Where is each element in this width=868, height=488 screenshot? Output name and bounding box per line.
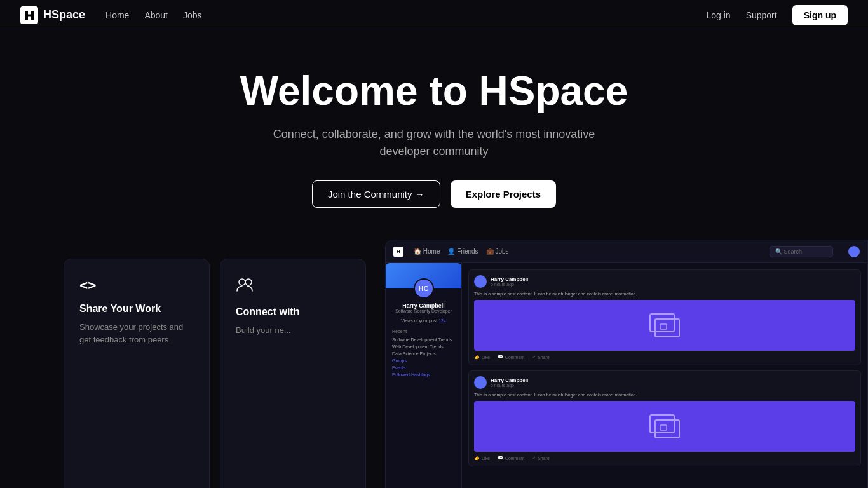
svg-rect-6 <box>655 319 679 337</box>
svg-point-3 <box>239 279 245 285</box>
feature-connect-title: Connect with <box>236 306 350 318</box>
profile-title: Software Security Developer <box>392 309 455 313</box>
post-1-actions: 👍 Like 💬 Comment ↗ Share <box>474 355 855 360</box>
app-feed: Harry Campbell 5 hours ago This is a sam… <box>462 263 867 488</box>
logo-icon <box>20 6 38 24</box>
post-2-header: Harry Campbell 5 hours ago <box>474 376 855 389</box>
app-search[interactable]: 🔍 Search <box>770 246 833 257</box>
login-link[interactable]: Log in <box>706 10 730 20</box>
users-icon <box>236 277 350 296</box>
post-2: Harry Campbell 5 hours ago This is a sam… <box>468 370 861 466</box>
brand-name: HSpace <box>43 8 85 22</box>
post-2-comment[interactable]: 💬 Comment <box>498 456 524 461</box>
feature-connect-desc: Build your ne... <box>236 324 350 337</box>
post-2-actions: 👍 Like 💬 Comment ↗ Share <box>474 456 855 461</box>
app-preview: H 🏠 Home 👤 Friends 💼 Jobs 🔍 Search HC Ha… <box>385 240 868 488</box>
post-1-like[interactable]: 👍 Like <box>474 355 490 360</box>
nav-right: Log in Support Sign up <box>706 5 848 25</box>
profile-avatar: HC <box>414 278 434 299</box>
svg-rect-9 <box>655 420 679 438</box>
post-1-avatar <box>474 275 487 288</box>
post-1: Harry Campbell 5 hours ago This is a sam… <box>468 269 861 365</box>
recent-section-label: Recent <box>392 329 455 334</box>
app-body: HC Harry Campbell Software Security Deve… <box>386 263 867 488</box>
nav-links: Home About Jobs <box>105 10 706 20</box>
signup-button[interactable]: Sign up <box>792 5 848 25</box>
post-1-comment[interactable]: 💬 Comment <box>498 355 524 360</box>
app-nav-jobs: 💼 Jobs <box>486 248 509 255</box>
app-nav-links: 🏠 Home 👤 Friends 💼 Jobs <box>414 248 509 255</box>
app-sidebar: HC Harry Campbell Software Security Deve… <box>386 263 462 488</box>
post-2-image <box>474 401 855 452</box>
support-link[interactable]: Support <box>746 10 777 20</box>
post-1-image <box>474 300 855 351</box>
post-2-time: 5 hours ago <box>491 383 855 388</box>
post-2-author: Harry Campbell <box>491 377 855 383</box>
app-nav: H 🏠 Home 👤 Friends 💼 Jobs 🔍 Search <box>386 240 867 263</box>
hero-subtitle: Connect, collaborate, and grow with the … <box>259 126 609 160</box>
sidebar-events-link[interactable]: Events <box>392 364 455 371</box>
sidebar-item-1[interactable]: Software Development Trends <box>392 336 455 343</box>
sidebar-item-3[interactable]: Data Science Projects <box>392 350 455 357</box>
sidebar-item-2[interactable]: Web Development Trends <box>392 343 455 350</box>
post-1-author: Harry Campbell <box>491 276 855 282</box>
code-icon: <> <box>79 277 194 293</box>
hero-buttons: Join the Community → Explore Projects <box>25 180 843 208</box>
nav-about[interactable]: About <box>144 10 168 20</box>
sidebar-hashtags-link[interactable]: Followed Hashtags <box>392 371 455 378</box>
feature-cards: <> Share Your Work Showcase your project… <box>64 246 381 488</box>
profile-views: Views of your post 124 <box>392 318 455 323</box>
svg-rect-2 <box>25 14 34 16</box>
post-1-meta: Harry Campbell 5 hours ago <box>491 276 855 287</box>
svg-rect-7 <box>660 324 667 329</box>
explore-projects-button[interactable]: Explore Projects <box>451 180 556 208</box>
post-1-time: 5 hours ago <box>491 282 855 287</box>
sidebar-groups-link[interactable]: Groups <box>392 357 455 364</box>
feature-share-desc: Showcase your projects and get feedback … <box>79 321 194 346</box>
post-1-share[interactable]: ↗ Share <box>532 355 550 360</box>
app-logo: H <box>393 247 403 257</box>
svg-rect-10 <box>660 425 667 430</box>
main-nav: HSpace Home About Jobs Log in Support Si… <box>0 0 868 30</box>
profile-name: Harry Campbell <box>392 302 455 309</box>
feature-share-title: Share Your Work <box>79 303 194 315</box>
post-2-meta: Harry Campbell 5 hours ago <box>491 377 855 388</box>
app-nav-friends: 👤 Friends <box>447 248 478 255</box>
brand-logo[interactable]: HSpace <box>20 6 85 24</box>
nav-home[interactable]: Home <box>105 10 129 20</box>
join-community-button[interactable]: Join the Community → <box>312 180 440 208</box>
post-2-text: This is a sample post content. It can be… <box>474 393 855 397</box>
features-section: <> Share Your Work Showcase your project… <box>0 233 868 488</box>
app-user-avatar <box>848 246 860 257</box>
post-1-header: Harry Campbell 5 hours ago <box>474 275 855 288</box>
svg-point-4 <box>245 279 252 285</box>
post-2-avatar <box>474 376 487 389</box>
post-2-like[interactable]: 👍 Like <box>474 456 490 461</box>
app-nav-home: 🏠 Home <box>414 248 440 255</box>
hero-title: Welcome to HSpace <box>25 69 843 113</box>
post-1-text: This is a sample post content. It can be… <box>474 292 855 296</box>
post-2-share[interactable]: ↗ Share <box>532 456 550 461</box>
nav-jobs[interactable]: Jobs <box>183 10 202 20</box>
feature-card-share: <> Share Your Work Showcase your project… <box>64 259 210 488</box>
hero-section: Welcome to HSpace Connect, collaborate, … <box>0 30 868 233</box>
feature-card-connect: Connect with Build your ne... <box>220 259 366 488</box>
